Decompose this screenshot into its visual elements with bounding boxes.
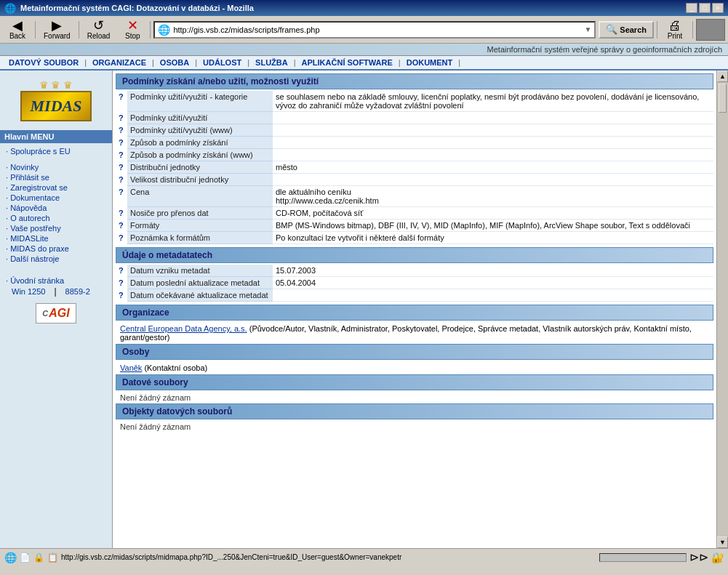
nav-udalost[interactable]: UDÁLOST — [200, 58, 244, 67]
maximize-button[interactable]: □ — [699, 3, 711, 13]
sidebar-bottom: CAGI — [0, 297, 112, 329]
back-icon: ◀ — [12, 19, 23, 32]
scroll-track[interactable] — [717, 82, 728, 536]
sidebar-item-vase-postrehy[interactable]: Vaše postřehy — [0, 223, 112, 233]
value-cell: dle aktuálního ceníkuhttp://www.ceda.cz/… — [273, 186, 713, 207]
back-button[interactable]: ◀ Back — [3, 17, 32, 42]
help-icon[interactable]: ? — [119, 221, 124, 230]
help-icon[interactable]: ? — [119, 233, 124, 242]
security-icon: 🔐 — [711, 552, 724, 563]
podminky-table: ? Podmínky užití/využití - kategorie se … — [116, 91, 713, 244]
sidebar-logo: ♛ ♛ ♛ MIDAS — [0, 73, 112, 127]
nav-dokument[interactable]: DOKUMENT — [404, 58, 456, 67]
value-cell — [273, 137, 713, 149]
label-cell: Způsob a podmínky získání (www) — [127, 149, 273, 161]
scroll-up-button[interactable]: ▲ — [717, 71, 728, 82]
status-url: http://gis.vsb.cz/midas/scripts/midmapa.… — [61, 553, 596, 561]
table-row: ? Formáty BMP (MS-Windows bitmap), DBF (… — [116, 220, 713, 232]
label-cell: Poznámka k formátům — [127, 232, 273, 244]
main-content: Podmínky získání a/nebo užití, možnosti … — [113, 71, 716, 548]
person-row: Vaněk (Kontaktní osoba) — [116, 361, 713, 374]
help-icon[interactable]: ? — [119, 266, 124, 275]
sidebar-item-zaregistrovat[interactable]: Zaregistrovat se — [0, 182, 112, 193]
table-row: ? Podmínky užití/využití - kategorie se … — [116, 91, 713, 112]
help-icon[interactable]: ? — [119, 92, 124, 101]
sidebar-item-novinky[interactable]: Novinky — [0, 162, 112, 172]
help-icon[interactable]: ? — [119, 278, 124, 287]
org-link[interactable]: Central European Data Agency, a.s. — [120, 324, 247, 333]
help-icon[interactable]: ? — [119, 188, 124, 196]
scrollbar[interactable]: ▲ ▼ — [716, 71, 728, 548]
label-cell: Podmínky užití/využití - kategorie — [127, 91, 273, 112]
page-layout: ♛ ♛ ♛ MIDAS Hlavní MENU Spolupráce s EU … — [0, 71, 728, 548]
label-cell: Způsob a podmínky získání — [127, 137, 273, 149]
table-row: ? Velikost distribuční jednotky — [116, 174, 713, 186]
section-osoby: Osoby — [116, 344, 713, 360]
sidebar-item-o-autorech[interactable]: O autorech — [0, 213, 112, 223]
crown-icon: ♛ ♛ ♛ — [39, 79, 73, 91]
stop-button[interactable]: ✕ Stop — [118, 17, 147, 42]
close-button[interactable]: × — [712, 3, 724, 13]
table-row: ? Datum očekávané aktualizace metadat — [116, 289, 713, 302]
sidebar-item-midaslite[interactable]: MIDASLite — [0, 233, 112, 244]
scroll-thumb[interactable] — [719, 84, 727, 113]
help-icon[interactable]: ? — [119, 113, 124, 122]
address-input[interactable] — [173, 25, 584, 34]
label-cell: Formáty — [127, 220, 273, 232]
window-controls[interactable]: _ □ × — [686, 3, 724, 13]
help-icon[interactable]: ? — [119, 126, 124, 134]
help-icon[interactable]: ? — [119, 291, 124, 299]
print-button[interactable]: 🖨 Print — [660, 17, 689, 42]
label-cell: Datum vzniku metadat — [127, 265, 273, 277]
search-button[interactable]: 🔍 Search — [599, 21, 654, 39]
sidebar-item-win1250[interactable]: Win 1250 — [6, 286, 51, 297]
nav-datovy-soubor[interactable]: DATOVÝ SOUBOR — [6, 58, 81, 67]
section-organizace: Organizace — [116, 305, 713, 321]
value-cell — [273, 124, 713, 137]
forward-button[interactable]: ▶ Forward — [39, 17, 76, 42]
window-title-bar: 🌐 Metainformační systém CAGI: Dotazování… — [0, 0, 728, 16]
status-icon-1: 🌐 — [4, 552, 17, 563]
table-row: ? Distribuční jednotky město — [116, 161, 713, 174]
sidebar-item-dokumentace[interactable]: Dokumentace — [0, 193, 112, 203]
midas-logo: MIDAS — [20, 91, 92, 121]
value-cell: Po konzultaci lze vytvořit i některé dal… — [273, 232, 713, 244]
value-cell — [273, 149, 713, 161]
value-cell — [273, 112, 713, 124]
scroll-down-button[interactable]: ▼ — [717, 536, 728, 548]
minimize-button[interactable]: _ — [686, 3, 697, 13]
nav-aplikacni-software[interactable]: APLIKAČNÍ SOFTWARE — [299, 58, 396, 67]
label-cell: Distribuční jednotky — [127, 161, 273, 174]
reload-button[interactable]: ↺ Reload — [82, 17, 116, 42]
sidebar-menu-title: Hlavní MENU — [0, 130, 112, 143]
help-icon[interactable]: ? — [119, 150, 124, 159]
table-row: ? Datum vzniku metadat 15.07.2003 — [116, 265, 713, 277]
sidebar-toggle[interactable] — [696, 19, 725, 41]
table-row: ? Podmínky užití/využití — [116, 112, 713, 124]
help-icon[interactable]: ? — [119, 175, 124, 184]
status-icon-3: 🔒 — [33, 552, 44, 563]
section-podminky: Podmínky získání a/nebo užití, možnosti … — [116, 73, 713, 89]
sidebar-item-8859-2[interactable]: 8859-2 — [60, 286, 96, 297]
nav-organizace[interactable]: ORGANIZACE — [89, 58, 149, 67]
sidebar-item-prihlasit[interactable]: Přihlásit se — [0, 172, 112, 182]
label-cell: Datum očekávané aktualizace metadat — [127, 289, 273, 302]
help-icon[interactable]: ? — [119, 163, 124, 172]
address-bar[interactable]: 🌐 ▼ — [153, 21, 596, 39]
toolbar: ◀ Back ▶ Forward ↺ Reload ✕ Stop 🌐 ▼ 🔍 S… — [0, 16, 728, 44]
objekty-empty: Není žádný záznam — [116, 421, 713, 433]
help-icon[interactable]: ? — [119, 209, 124, 217]
nav-sluzba[interactable]: SLUŽBA — [252, 58, 291, 67]
person-link[interactable]: Vaněk — [120, 363, 142, 372]
window-title: Metainformační systém CAGI: Dotazování v… — [20, 4, 254, 12]
label-cell: Podmínky užití/využití — [127, 112, 273, 124]
nav-osoba[interactable]: OSOBA — [157, 58, 192, 67]
value-cell: 05.04.2004 — [273, 277, 713, 289]
sidebar-item-dalsi-nastroje[interactable]: Další nástroje — [0, 254, 112, 264]
sidebar-item-spoluprace[interactable]: Spolupráce s EU — [0, 146, 112, 156]
sidebar-item-uvodni-stranka[interactable]: Úvodní stránka — [0, 276, 112, 286]
table-row: ? Podmínky užití/využití (www) — [116, 124, 713, 137]
help-icon[interactable]: ? — [119, 138, 124, 147]
sidebar-item-midas-do-praxe[interactable]: MIDAS do praxe — [0, 244, 112, 254]
sidebar-item-napoveda[interactable]: Nápověda — [0, 203, 112, 213]
